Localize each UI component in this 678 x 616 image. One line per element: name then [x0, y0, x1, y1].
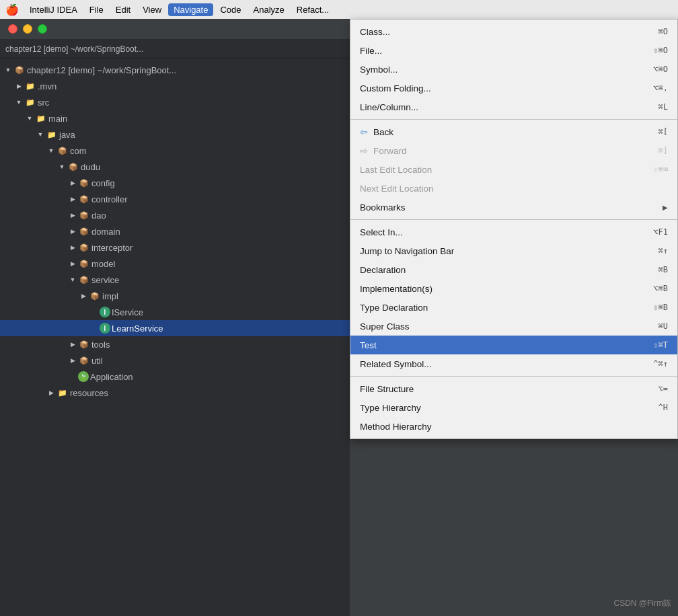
tl-minimize[interactable] [23, 24, 32, 34]
tree-item-util[interactable]: 📦 util [0, 352, 350, 369]
tl-maximize[interactable] [38, 24, 47, 34]
tree-item-dudu[interactable]: 📦 dudu [0, 159, 350, 175]
menubar-file[interactable]: File [84, 3, 109, 16]
tree-item-main[interactable]: 📁 main [0, 110, 350, 126]
menu-type-hierarchy[interactable]: Type Hierarchy ^H [350, 398, 677, 417]
menu-custom-folding[interactable]: Custom Folding... ⌥⌘. [350, 79, 677, 98]
tree-item-controller[interactable]: 📦 controller [0, 191, 350, 207]
arrow-controller [67, 194, 78, 204]
menubar-view[interactable]: View [137, 3, 167, 16]
menu-last-edit-shortcut: ⇧⌘⌫ [653, 165, 668, 174]
arrow-dudu [57, 161, 67, 172]
menu-super-class-label: Super Class [360, 321, 658, 332]
arrow-interceptor [67, 242, 78, 253]
menu-class[interactable]: Class... ⌘O [350, 22, 677, 41]
menubar-navigate[interactable]: Navigate [168, 3, 213, 16]
tree-item-domain[interactable]: 📦 domain [0, 223, 350, 239]
menu-test[interactable]: Test ⇧⌘T [350, 336, 677, 354]
tree-item-src[interactable]: 📁 src [0, 94, 350, 110]
tree-root[interactable]: 📦 chapter12 [demo] ~/work/SpringBoot... [0, 62, 350, 78]
menu-back[interactable]: ⇦ Back ⌘[ [350, 122, 677, 141]
package-icon-dao: 📦 [78, 210, 90, 221]
tree-label-controller: controller [91, 194, 127, 204]
menu-type-declaration[interactable]: Type Declaration ⇧⌘B [350, 298, 677, 317]
menu-related-symbol-label: Related Symbol... [360, 359, 653, 369]
tree-item-impl[interactable]: 📦 impl [0, 288, 350, 304]
tree-label-dudu: dudu [81, 162, 100, 172]
package-icon-impl: 📦 [89, 291, 101, 301]
tree-label-domain: domain [91, 227, 120, 237]
menu-method-hierarchy[interactable]: Method Hierarchy [350, 417, 677, 436]
package-icon-service: 📦 [78, 274, 90, 285]
menu-super-class-shortcut: ⌘U [658, 321, 668, 331]
tree-item-java[interactable]: 📁 java [0, 126, 350, 143]
package-icon-interceptor: 📦 [78, 242, 90, 253]
tree-root-label: chapter12 [demo] ~/work/SpringBoot... [27, 65, 176, 75]
menu-custom-folding-label: Custom Folding... [360, 83, 653, 93]
arrow-service [67, 274, 78, 285]
ide-area: chapter12 [demo] ~/work/SpringBoot... 📦 … [0, 39, 350, 616]
tree-item-tools[interactable]: 📦 tools [0, 336, 350, 352]
folder-icon-resources: 📁 [57, 387, 69, 398]
menu-bookmarks[interactable]: Bookmarks ▶ [350, 198, 677, 217]
menu-class-shortcut: ⌘O [658, 27, 668, 36]
menu-next-edit[interactable]: Next Edit Location [350, 179, 677, 198]
menubar-code[interactable]: Code [215, 3, 246, 16]
menu-file-label: File... [360, 46, 653, 56]
tree-item-dao[interactable]: 📦 dao [0, 207, 350, 223]
tree-item-resources[interactable]: 📁 resources [0, 385, 350, 401]
menubar-edit[interactable]: Edit [110, 3, 136, 16]
tree-item-application[interactable]: 🍃 Application [0, 369, 350, 385]
menu-test-label: Test [360, 340, 653, 350]
learnservice-icon: I [100, 323, 110, 334]
package-icon-domain: 📦 [78, 226, 90, 237]
folder-icon-src: 📁 [24, 97, 36, 108]
menu-class-label: Class... [360, 27, 658, 37]
menu-jump-nav[interactable]: Jump to Navigation Bar ⌘↑ [350, 241, 677, 260]
menu-forward[interactable]: ⇨ Forward ⌘] [350, 141, 677, 160]
menu-file-structure[interactable]: File Structure ⌥= [350, 379, 677, 398]
tree-item-learnservice[interactable]: I LearnService [0, 320, 350, 336]
menu-file[interactable]: File... ⇧⌘O [350, 41, 677, 60]
menu-forward-label: Forward [373, 146, 658, 156]
menu-related-symbol[interactable]: Related Symbol... ^⌘↑ [350, 354, 677, 373]
menu-jump-nav-shortcut: ⌘↑ [658, 246, 668, 256]
menu-line-column[interactable]: Line/Column... ⌘L [350, 98, 677, 116]
menu-super-class[interactable]: Super Class ⌘U [350, 317, 677, 336]
tree-item-mvn[interactable]: 📁 .mvn [0, 78, 350, 94]
menu-symbol[interactable]: Symbol... ⌥⌘O [350, 60, 677, 79]
menu-select-in[interactable]: Select In... ⌥F1 [350, 223, 677, 241]
application-icon: 🍃 [78, 371, 89, 382]
menu-select-in-shortcut: ⌥F1 [653, 227, 668, 237]
iservice-icon: I [100, 307, 110, 317]
menu-next-edit-label: Next Edit Location [360, 184, 668, 194]
menubar-intellij[interactable]: IntelliJ IDEA [24, 3, 83, 16]
tree-item-iservice[interactable]: I IService [0, 304, 350, 320]
project-header: chapter12 [demo] ~/work/SpringBoot... [0, 39, 350, 59]
menu-implementation-shortcut: ⌥⌘B [653, 284, 668, 293]
arrow-model [67, 258, 78, 269]
menu-implementation[interactable]: Implementation(s) ⌥⌘B [350, 279, 677, 298]
menu-last-edit[interactable]: Last Edit Location ⇧⌘⌫ [350, 160, 677, 179]
arrow-main [24, 113, 35, 124]
tree-item-model[interactable]: 📦 model [0, 256, 350, 272]
tree-label-config: config [91, 178, 115, 188]
tree-label-main: main [48, 114, 67, 124]
apple-menu[interactable]: 🍎 [5, 3, 19, 16]
arrow-domain [67, 226, 78, 237]
menubar-refact[interactable]: Refact... [291, 3, 334, 16]
menu-symbol-shortcut: ⌥⌘O [653, 65, 668, 74]
project-tree: 📦 chapter12 [demo] ~/work/SpringBoot... … [0, 59, 350, 403]
tree-label-interceptor: interceptor [91, 243, 133, 253]
tree-item-service[interactable]: 📦 service [0, 272, 350, 288]
tree-item-config[interactable]: 📦 config [0, 175, 350, 191]
arrow-resources [46, 387, 57, 398]
package-icon-config: 📦 [78, 178, 90, 188]
tree-item-com[interactable]: 📦 com [0, 143, 350, 159]
tree-item-interceptor[interactable]: 📦 interceptor [0, 239, 350, 256]
menu-declaration[interactable]: Declaration ⌘B [350, 260, 677, 279]
tl-close[interactable] [8, 24, 17, 34]
back-arrow-icon: ⇦ [360, 126, 371, 137]
arrow-util [67, 355, 78, 366]
menubar-analyze[interactable]: Analyze [248, 3, 290, 16]
